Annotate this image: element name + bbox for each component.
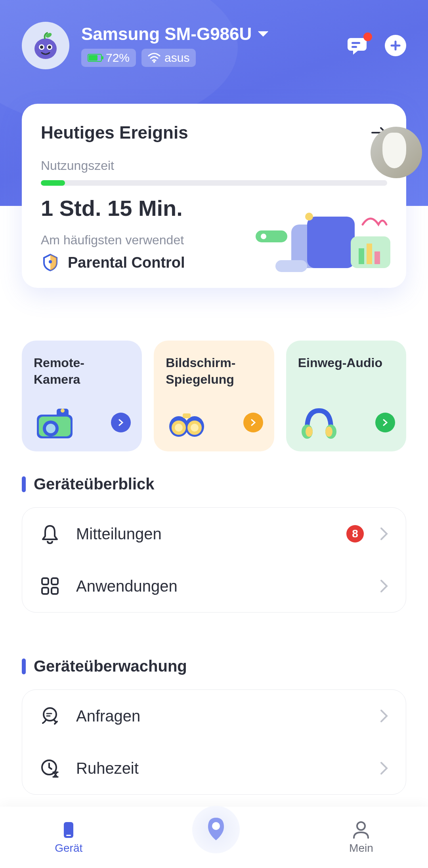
profile-photo-bubble[interactable] <box>371 127 422 178</box>
chevron-right-icon <box>380 527 388 541</box>
device-monitoring-section: Geräteüberwachung Anfragen Ruhezeit <box>22 657 406 795</box>
list-label: Mitteilungen <box>76 525 331 543</box>
app-name: Parental Control <box>68 254 185 271</box>
usage-progress <box>41 180 387 186</box>
request-icon <box>40 706 60 726</box>
remote-camera-card[interactable]: Remote-Kamera <box>22 341 142 451</box>
progress-fill <box>41 180 65 186</box>
arrow-button <box>375 413 395 432</box>
nav-device[interactable]: Gerät <box>55 820 82 855</box>
apps-grid-icon <box>40 576 60 596</box>
device-info: Samsung SM-G986U 72% asus <box>81 24 333 67</box>
chat-button[interactable] <box>345 36 369 55</box>
svg-point-36 <box>306 426 313 437</box>
action-icons <box>345 35 406 56</box>
svg-point-10 <box>49 260 52 263</box>
svg-rect-19 <box>374 251 380 264</box>
overview-list: Mitteilungen 8 Anwendungen <box>22 507 406 613</box>
clock-hourglass-icon <box>40 758 60 779</box>
downtime-item[interactable]: Ruhezeit <box>22 742 406 794</box>
chevron-right-icon <box>117 419 125 426</box>
location-pin-icon <box>204 816 228 843</box>
chevron-right-icon <box>249 419 257 426</box>
count-badge: 8 <box>346 525 364 542</box>
section-accent-bar <box>22 659 26 674</box>
svg-point-46 <box>212 822 220 830</box>
card-header: Heutiges Ereignis <box>41 123 387 143</box>
svg-rect-14 <box>256 230 287 242</box>
feature-title: Bildschirm-Spiegelung <box>166 355 262 388</box>
section-header: Geräteüberblick <box>22 475 406 493</box>
svg-rect-40 <box>42 588 48 594</box>
add-button[interactable] <box>385 35 406 56</box>
device-icon <box>59 820 78 839</box>
binoculars-icon <box>165 405 208 440</box>
section-title: Geräteüberwachung <box>34 657 187 675</box>
svg-rect-7 <box>348 38 367 51</box>
arrow-button <box>111 413 131 432</box>
svg-point-37 <box>325 426 332 437</box>
battery-icon <box>88 54 102 62</box>
chevron-right-icon <box>380 579 388 593</box>
status-row: 72% asus <box>81 49 333 67</box>
svg-point-4 <box>48 46 51 49</box>
grape-avatar-icon <box>30 30 61 61</box>
notifications-item[interactable]: Mitteilungen 8 <box>22 508 406 560</box>
svg-rect-9 <box>352 46 357 48</box>
svg-point-0 <box>34 38 57 59</box>
list-label: Anfragen <box>76 707 364 725</box>
list-label: Anwendungen <box>76 577 364 595</box>
screen-mirroring-card[interactable]: Bildschirm-Spiegelung <box>154 341 274 451</box>
requests-item[interactable]: Anfragen <box>22 690 406 742</box>
section-accent-bar <box>22 476 26 492</box>
wifi-name: asus <box>164 51 189 65</box>
svg-point-15 <box>261 234 266 239</box>
svg-rect-33 <box>183 413 191 418</box>
device-selector[interactable]: Samsung SM-G986U <box>81 24 333 44</box>
svg-rect-12 <box>307 217 355 268</box>
svg-point-24 <box>61 409 65 413</box>
svg-rect-38 <box>42 578 48 584</box>
today-event-card[interactable]: Heutiges Ereignis Nutzungszeit 1 Std. 15… <box>22 104 406 288</box>
child-avatar[interactable] <box>22 22 69 69</box>
nav-mine[interactable]: Mein <box>349 820 373 855</box>
list-label: Ruhezeit <box>76 760 364 777</box>
chevron-right-icon <box>380 709 388 723</box>
feature-cards-row: Remote-Kamera Bildschirm-Spiegelung <box>22 341 406 451</box>
svg-point-31 <box>175 424 183 432</box>
svg-rect-13 <box>275 260 307 272</box>
svg-point-20 <box>305 213 313 221</box>
arrow-button <box>243 413 263 432</box>
monitoring-list: Anfragen Ruhezeit <box>22 689 406 795</box>
section-title: Geräteüberblick <box>34 475 155 493</box>
person-icon <box>352 820 371 839</box>
notification-dot <box>363 32 372 41</box>
chevron-right-icon <box>380 761 388 775</box>
section-header: Geräteüberwachung <box>22 657 406 675</box>
plus-icon <box>390 40 401 51</box>
bell-icon <box>40 523 60 544</box>
svg-rect-18 <box>367 244 372 264</box>
svg-point-32 <box>191 424 199 432</box>
chevron-right-icon <box>381 419 389 426</box>
card-title: Heutiges Ereignis <box>41 123 188 143</box>
usage-label: Nutzungszeit <box>41 158 387 173</box>
one-way-audio-card[interactable]: Einweg-Audio <box>286 341 406 451</box>
feature-title: Einweg-Audio <box>298 355 394 371</box>
svg-point-6 <box>153 61 155 63</box>
wifi-icon <box>148 53 160 63</box>
nav-location[interactable] <box>192 806 240 853</box>
nav-label: Gerät <box>55 842 82 855</box>
device-overview-section: Geräteüberblick Mitteilungen 8 Anwendung… <box>22 475 406 613</box>
top-bar: Samsung SM-G986U 72% asus <box>22 22 406 69</box>
card-illustration <box>252 209 394 280</box>
applications-item[interactable]: Anwendungen <box>22 560 406 612</box>
wifi-pill: asus <box>141 49 196 67</box>
chevron-down-icon <box>258 30 269 38</box>
svg-point-42 <box>44 708 56 721</box>
svg-point-2 <box>40 46 43 49</box>
svg-rect-8 <box>352 42 360 44</box>
device-name-label: Samsung SM-G986U <box>81 24 252 44</box>
headphones-icon <box>297 405 341 440</box>
bottom-navigation: Gerät Mein <box>0 807 428 868</box>
